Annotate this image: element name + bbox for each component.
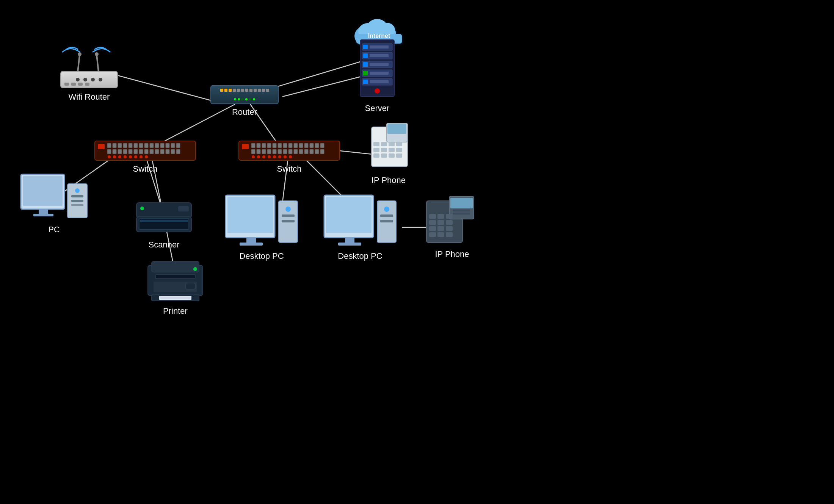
printer-node: Printer xyxy=(146,260,205,316)
svg-rect-76 xyxy=(166,149,169,154)
pc-label: PC xyxy=(48,225,60,235)
svg-line-20 xyxy=(97,55,99,72)
svg-rect-69 xyxy=(129,149,132,154)
network-diagram: Internet Internet xyxy=(0,0,834,504)
svg-rect-177 xyxy=(437,214,444,219)
ip-phone1-node: IP Phone xyxy=(360,121,417,185)
svg-rect-139 xyxy=(396,153,402,158)
svg-rect-196 xyxy=(160,297,190,299)
svg-rect-103 xyxy=(251,149,255,154)
server-icon xyxy=(356,38,398,100)
svg-rect-112 xyxy=(299,149,303,154)
switch2-label: Switch xyxy=(277,164,302,174)
svg-rect-106 xyxy=(267,149,271,154)
svg-rect-185 xyxy=(429,232,436,237)
svg-rect-132 xyxy=(373,148,379,152)
svg-rect-62 xyxy=(166,143,169,148)
svg-rect-182 xyxy=(429,226,436,231)
connection-lines xyxy=(0,0,834,504)
svg-rect-190 xyxy=(155,275,195,279)
svg-rect-31 xyxy=(85,83,89,86)
svg-point-121 xyxy=(273,155,276,158)
svg-rect-92 xyxy=(267,143,271,148)
svg-point-153 xyxy=(140,207,144,210)
ip-phone1-icon xyxy=(360,121,417,172)
svg-rect-97 xyxy=(294,143,298,148)
svg-point-168 xyxy=(384,207,389,212)
scanner-icon xyxy=(135,201,193,237)
svg-rect-37 xyxy=(363,53,368,58)
server-node: Server xyxy=(356,38,398,113)
svg-rect-109 xyxy=(283,149,287,154)
router-device-icon xyxy=(210,85,279,104)
svg-rect-176 xyxy=(429,214,436,219)
svg-rect-75 xyxy=(160,149,164,154)
svg-rect-60 xyxy=(155,143,159,148)
svg-rect-156 xyxy=(227,197,273,233)
wifi-router-label: Wifi Router xyxy=(69,92,110,102)
server-label: Server xyxy=(365,103,390,113)
svg-rect-88 xyxy=(242,144,249,149)
svg-point-145 xyxy=(75,188,80,193)
svg-rect-166 xyxy=(338,243,361,246)
svg-rect-178 xyxy=(446,214,453,219)
svg-rect-116 xyxy=(320,149,324,154)
desktop-pc2-label: Desktop PC xyxy=(338,251,382,261)
switch1-icon xyxy=(94,140,196,161)
wifi-router-node: Wifi Router xyxy=(57,44,121,102)
desktop-pc1-icon xyxy=(224,193,299,248)
printer-icon xyxy=(146,260,205,303)
svg-rect-152 xyxy=(140,220,188,222)
svg-rect-74 xyxy=(155,149,159,154)
switch2-node: Switch xyxy=(238,140,340,174)
svg-rect-110 xyxy=(288,149,292,154)
svg-rect-148 xyxy=(71,204,83,206)
svg-point-86 xyxy=(145,155,148,158)
svg-rect-94 xyxy=(278,143,282,148)
desktop-pc2-icon xyxy=(322,193,398,248)
svg-point-84 xyxy=(134,155,137,158)
router-node: Router xyxy=(210,85,279,117)
svg-rect-138 xyxy=(389,153,395,158)
svg-rect-96 xyxy=(288,143,292,148)
svg-point-82 xyxy=(124,155,127,158)
svg-point-117 xyxy=(252,155,255,158)
ip-phone2-label: IP Phone xyxy=(435,249,469,259)
svg-point-119 xyxy=(262,155,265,158)
svg-rect-129 xyxy=(381,142,387,146)
svg-point-80 xyxy=(113,155,116,158)
svg-rect-67 xyxy=(118,149,122,154)
svg-rect-63 xyxy=(171,143,175,148)
svg-rect-164 xyxy=(326,197,372,233)
svg-rect-165 xyxy=(345,238,354,243)
svg-point-81 xyxy=(118,155,121,158)
svg-rect-55 xyxy=(129,143,132,148)
svg-rect-73 xyxy=(150,149,154,154)
pc-icon xyxy=(19,172,89,222)
svg-rect-51 xyxy=(107,143,111,148)
svg-rect-46 xyxy=(363,80,368,84)
svg-point-160 xyxy=(285,207,291,212)
svg-rect-71 xyxy=(139,149,143,154)
svg-rect-52 xyxy=(113,143,116,148)
scanner-label: Scanner xyxy=(149,240,180,250)
svg-rect-115 xyxy=(315,149,319,154)
svg-rect-137 xyxy=(381,153,387,158)
svg-rect-147 xyxy=(71,200,83,202)
router-label: Router xyxy=(232,107,257,117)
svg-rect-193 xyxy=(186,283,195,289)
svg-rect-101 xyxy=(315,143,319,148)
svg-rect-72 xyxy=(144,149,148,154)
svg-rect-47 xyxy=(370,80,389,83)
svg-rect-65 xyxy=(107,149,111,154)
svg-rect-78 xyxy=(176,149,180,154)
svg-point-124 xyxy=(289,155,292,158)
svg-rect-181 xyxy=(446,220,453,225)
svg-rect-180 xyxy=(437,220,444,225)
svg-rect-162 xyxy=(282,220,295,222)
desktop-pc2-node: Desktop PC xyxy=(322,193,398,261)
svg-point-122 xyxy=(278,155,281,158)
svg-point-192 xyxy=(193,267,197,271)
svg-point-85 xyxy=(140,155,143,158)
svg-point-118 xyxy=(257,155,260,158)
